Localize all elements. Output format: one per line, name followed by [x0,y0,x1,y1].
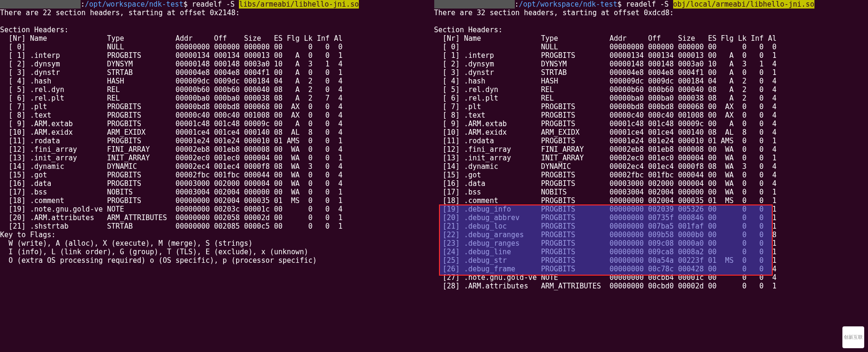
section-headers-title: Section Headers: [0,26,434,34]
key-to-flags-line: O (extra OS processing required) o (OS s… [0,256,434,265]
section-row: [ 7] .plt PROGBITS 00000bd8 000bd8 00006… [0,102,434,111]
section-row: [ 4] .hash HASH 000009dc 0009dc 000184 0… [434,77,868,85]
summary-line: There are 32 section headers, starting a… [434,9,868,17]
prompt-dollar: $ [183,0,192,9]
section-row: [15] .got PROGBITS 00002fbc 001fbc 00004… [434,171,868,179]
section-row: [ 9] .ARM.extab PROGBITS 00001c48 001c48… [434,120,868,128]
section-row: [17] .bss NOBITS 00003004 002004 000000 … [434,188,868,196]
command-argument-highlighted: libs/armeabi/libhello-jni.so [239,0,359,9]
debug-sections-highlight-box [439,204,773,276]
section-row: [12] .fini_array FINI_ARRAY 00002eb8 001… [0,145,434,154]
key-to-flags-title: Key to Flags: [0,231,434,239]
prompt-colon: : [81,0,85,9]
section-row: [ 8] .text PROGBITS 00000c40 000c40 0010… [434,111,868,120]
section-row: [18] .comment PROGBITS 00000000 002004 0… [0,196,434,205]
terminal-right-pane[interactable]: :/opt/workspace/ndk-test$ readelf -S obj… [434,0,868,290]
key-to-flags-line: I (info), L (link order), G (group), T (… [0,248,434,256]
section-row: [17] .bss NOBITS 00003004 002004 000000 … [0,188,434,196]
watermark-logo: 创新互联 [842,326,864,348]
section-headers-title: Section Headers: [434,26,868,34]
prompt-path: /opt/workspace/ndk-test [85,0,183,9]
command: readelf -S [626,0,673,9]
section-row: [ 7] .plt PROGBITS 00000bd8 000bd8 00006… [434,102,868,111]
section-row: [20] .ARM.attributes ARM_ATTRIBUTES 0000… [0,213,434,222]
command: readelf -S [192,0,239,9]
section-row: [13] .init_array INIT_ARRAY 00002ec0 001… [434,154,868,162]
section-row: [ 3] .dynstr STRTAB 000004e8 0004e8 0004… [0,68,434,77]
section-row: [ 5] .rel.dyn REL 00000b60 000b60 000040… [0,85,434,94]
section-row: [ 0] NULL 00000000 000000 000000 00 0 0 … [434,43,868,51]
section-row: [ 0] NULL 00000000 000000 000000 00 0 0 … [0,43,434,51]
section-row: [10] .ARM.exidx ARM_EXIDX 00001ce4 001ce… [0,128,434,137]
watermark-text: 创新互联 [844,333,863,342]
section-row: [11] .rodata PROGBITS 00001e24 001e24 00… [0,137,434,145]
section-row: [14] .dynamic DYNAMIC 00002ec4 001ec4 00… [434,162,868,171]
section-row: [11] .rodata PROGBITS 00001e24 001e24 00… [434,137,868,145]
prompt-user [434,0,515,9]
prompt-user [0,0,81,9]
blank-line [0,17,434,26]
section-row: [ 2] .dynsym DYNSYM 00000148 000148 0003… [434,60,868,68]
summary-line: There are 22 section headers, starting a… [0,9,434,17]
section-row: [ 8] .text PROGBITS 00000c40 000c40 0010… [0,111,434,120]
section-row: [ 2] .dynsym DYNSYM 00000148 000148 0003… [0,60,434,68]
section-row: [14] .dynamic DYNAMIC 00002ec4 001ec4 00… [0,162,434,171]
section-row: [ 3] .dynstr STRTAB 000004e8 0004e8 0004… [434,68,868,77]
section-row: [16] .data PROGBITS 00003000 002000 0000… [0,179,434,188]
section-row: [ 5] .rel.dyn REL 00000b60 000b60 000040… [434,85,868,94]
blank-line [434,17,868,26]
section-row: [16] .data PROGBITS 00003000 002000 0000… [434,179,868,188]
table-header-row: [Nr] Name Type Addr Off Size ES Flg Lk I… [434,34,868,43]
section-row: [ 9] .ARM.extab PROGBITS 00001c48 001c48… [0,120,434,128]
section-row: [18] .comment PROGBITS 00000000 002004 0… [434,196,868,205]
prompt-line[interactable]: :/opt/workspace/ndk-test$ readelf -S lib… [0,0,434,9]
prompt-dollar: $ [617,0,626,9]
command-argument-highlighted: obj/local/armeabi/libhello-jni.so [673,0,814,9]
section-row: [21] .shstrtab STRTAB 00000000 002085 00… [0,222,434,231]
section-row: [ 1] .interp PROGBITS 00000134 000134 00… [0,51,434,60]
prompt-path: /opt/workspace/ndk-test [519,0,618,9]
section-row: [ 6] .rel.plt REL 00000ba0 000ba0 000038… [434,94,868,102]
table-header-row: [Nr] Name Type Addr Off Size ES Flg Lk I… [0,34,434,43]
section-row: [ 4] .hash HASH 000009dc 0009dc 000184 0… [0,77,434,85]
section-row: [28] .ARM.attributes ARM_ATTRIBUTES 0000… [434,282,868,290]
key-to-flags-line: W (write), A (alloc), X (execute), M (me… [0,239,434,248]
terminal-left-pane[interactable]: :/opt/workspace/ndk-test$ readelf -S lib… [0,0,434,290]
prompt-line[interactable]: :/opt/workspace/ndk-test$ readelf -S obj… [434,0,868,9]
section-row: [ 6] .rel.plt REL 00000ba0 000ba0 000038… [0,94,434,102]
section-row: [10] .ARM.exidx ARM_EXIDX 00001ce4 001ce… [434,128,868,137]
section-row: [12] .fini_array FINI_ARRAY 00002eb8 001… [434,145,868,154]
section-row: [ 1] .interp PROGBITS 00000134 000134 00… [434,51,868,60]
section-row: [19] .note.gnu.gold-ve NOTE 00000000 002… [0,205,434,213]
section-row: [13] .init_array INIT_ARRAY 00002ec0 001… [0,154,434,162]
section-row: [15] .got PROGBITS 00002fbc 001fbc 00004… [0,171,434,179]
prompt-colon: : [515,0,519,9]
